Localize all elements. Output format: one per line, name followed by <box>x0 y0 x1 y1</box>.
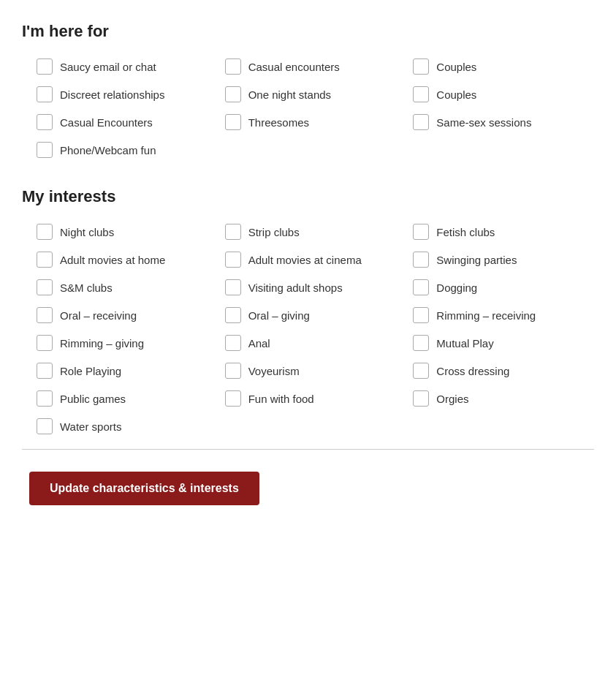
visiting-adult-shops-checkbox[interactable] <box>225 279 241 295</box>
swinging-parties-checkbox[interactable] <box>413 252 429 268</box>
anal-checkbox[interactable] <box>225 335 241 351</box>
list-item: S&M clubs <box>37 279 218 295</box>
dogging-checkbox[interactable] <box>413 279 429 295</box>
sm-clubs-label[interactable]: S&M clubs <box>60 282 113 294</box>
strip-clubs-label[interactable]: Strip clubs <box>248 226 300 238</box>
adult-movies-cinema-checkbox[interactable] <box>225 252 241 268</box>
water-sports-label[interactable]: Water sports <box>60 420 121 433</box>
rimming-giving-label[interactable]: Rimming – giving <box>60 337 144 350</box>
couples-2-label[interactable]: Couples <box>436 88 476 101</box>
adult-movies-home-label[interactable]: Adult movies at home <box>60 254 165 266</box>
list-item: Fun with food <box>225 390 406 407</box>
list-item: Strip clubs <box>225 224 406 240</box>
same-sex-sessions-label[interactable]: Same-sex sessions <box>436 116 531 129</box>
list-item: Cross dressing <box>413 363 594 379</box>
threesomes-checkbox[interactable] <box>225 114 241 130</box>
list-item: Mutual Play <box>413 335 594 351</box>
fetish-clubs-label[interactable]: Fetish clubs <box>436 226 495 238</box>
orgies-label[interactable]: Orgies <box>436 393 468 405</box>
saucy-email-label[interactable]: Saucy email or chat <box>60 61 156 73</box>
one-night-stands-label[interactable]: One night stands <box>248 88 331 101</box>
rimming-giving-checkbox[interactable] <box>37 335 53 351</box>
public-games-label[interactable]: Public games <box>60 393 126 405</box>
swinging-parties-label[interactable]: Swinging parties <box>436 254 517 266</box>
mutual-play-label[interactable]: Mutual Play <box>436 337 493 350</box>
list-item: Water sports <box>37 418 218 434</box>
phone-webcam-checkbox[interactable] <box>37 142 53 158</box>
here-for-grid: Saucy email or chat Casual encounters Co… <box>37 58 594 158</box>
list-item: Couples <box>413 58 594 75</box>
dogging-label[interactable]: Dogging <box>436 282 477 294</box>
list-item: Threesomes <box>225 114 406 130</box>
public-games-checkbox[interactable] <box>37 390 53 407</box>
list-item: Casual Encounters <box>37 114 218 130</box>
list-item: Voyeurism <box>225 363 406 379</box>
list-item: Adult movies at cinema <box>225 252 406 268</box>
oral-giving-label[interactable]: Oral – giving <box>248 309 310 322</box>
list-item: Fetish clubs <box>413 224 594 240</box>
list-item: Saucy email or chat <box>37 58 218 75</box>
oral-giving-checkbox[interactable] <box>225 307 241 323</box>
fetish-clubs-checkbox[interactable] <box>413 224 429 240</box>
cross-dressing-checkbox[interactable] <box>413 363 429 379</box>
casual-encounters-2-label[interactable]: Casual Encounters <box>60 116 153 129</box>
threesomes-label[interactable]: Threesomes <box>248 116 309 129</box>
oral-receiving-label[interactable]: Oral – receiving <box>60 309 137 322</box>
adult-movies-cinema-label[interactable]: Adult movies at cinema <box>248 254 362 266</box>
mutual-play-checkbox[interactable] <box>413 335 429 351</box>
fun-with-food-label[interactable]: Fun with food <box>248 393 314 405</box>
casual-encounters-2-checkbox[interactable] <box>37 114 53 130</box>
rimming-receiving-checkbox[interactable] <box>413 307 429 323</box>
interests-title: My interests <box>22 187 594 206</box>
voyeurism-label[interactable]: Voyeurism <box>248 365 300 377</box>
casual-encounters-1-checkbox[interactable] <box>225 58 241 75</box>
list-item: Role Playing <box>37 363 218 379</box>
list-item: Orgies <box>413 390 594 407</box>
list-item: Public games <box>37 390 218 407</box>
rimming-receiving-label[interactable]: Rimming – receiving <box>436 309 536 322</box>
discreet-relationships-checkbox[interactable] <box>37 86 53 102</box>
sm-clubs-checkbox[interactable] <box>37 279 53 295</box>
role-playing-checkbox[interactable] <box>37 363 53 379</box>
voyeurism-checkbox[interactable] <box>225 363 241 379</box>
casual-encounters-1-label[interactable]: Casual encounters <box>248 61 340 73</box>
list-item: Phone/Webcam fun <box>37 142 218 158</box>
list-item: Casual encounters <box>225 58 406 75</box>
discreet-relationships-label[interactable]: Discreet relationships <box>60 88 164 101</box>
update-button[interactable]: Update characteristics & interests <box>29 472 259 505</box>
list-item: Rimming – receiving <box>413 307 594 323</box>
couples-1-label[interactable]: Couples <box>436 61 476 73</box>
fun-with-food-checkbox[interactable] <box>225 390 241 407</box>
interests-section: My interests Night clubs Strip clubs Fet… <box>22 187 594 434</box>
here-for-section: I'm here for Saucy email or chat Casual … <box>22 22 594 158</box>
cross-dressing-label[interactable]: Cross dressing <box>436 365 509 377</box>
list-item: Discreet relationships <box>37 86 218 102</box>
role-playing-label[interactable]: Role Playing <box>60 365 121 377</box>
list-item: Same-sex sessions <box>413 114 594 130</box>
night-clubs-label[interactable]: Night clubs <box>60 226 114 238</box>
orgies-checkbox[interactable] <box>413 390 429 407</box>
section-divider <box>22 449 594 450</box>
here-for-title: I'm here for <box>22 22 594 41</box>
adult-movies-home-checkbox[interactable] <box>37 252 53 268</box>
strip-clubs-checkbox[interactable] <box>225 224 241 240</box>
list-item: Adult movies at home <box>37 252 218 268</box>
list-item: Night clubs <box>37 224 218 240</box>
oral-receiving-checkbox[interactable] <box>37 307 53 323</box>
list-item: Rimming – giving <box>37 335 218 351</box>
list-item: Oral – giving <box>225 307 406 323</box>
saucy-email-checkbox[interactable] <box>37 58 53 75</box>
one-night-stands-checkbox[interactable] <box>225 86 241 102</box>
phone-webcam-label[interactable]: Phone/Webcam fun <box>60 144 156 156</box>
night-clubs-checkbox[interactable] <box>37 224 53 240</box>
same-sex-sessions-checkbox[interactable] <box>413 114 429 130</box>
list-item: Couples <box>413 86 594 102</box>
list-item: Visiting adult shops <box>225 279 406 295</box>
list-item: Anal <box>225 335 406 351</box>
water-sports-checkbox[interactable] <box>37 418 53 434</box>
visiting-adult-shops-label[interactable]: Visiting adult shops <box>248 282 343 294</box>
couples-2-checkbox[interactable] <box>413 86 429 102</box>
couples-1-checkbox[interactable] <box>413 58 429 75</box>
anal-label[interactable]: Anal <box>248 337 270 350</box>
list-item: Oral – receiving <box>37 307 218 323</box>
